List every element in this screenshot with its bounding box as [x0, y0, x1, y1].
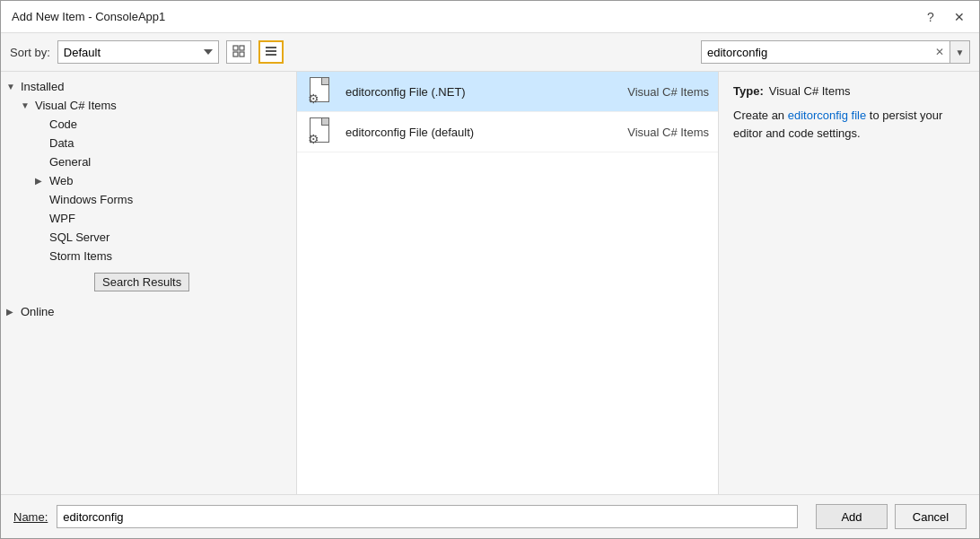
title-bar-controls: ? ✕	[918, 4, 972, 30]
cancel-button[interactable]: Cancel	[895, 504, 967, 529]
item-icon-editorconfig-default: ⚙	[306, 117, 335, 146]
sidebar-item-windows-forms[interactable]: Windows Forms	[1, 190, 296, 209]
sidebar-item-online[interactable]: ▶ Online	[1, 302, 296, 321]
sidebar-item-wpf-label: WPF	[49, 212, 291, 225]
grid-view-button[interactable]	[226, 40, 251, 64]
svg-rect-5	[266, 50, 276, 52]
dialog-title: Add New Item - ConsoleApp1	[12, 10, 165, 23]
search-input[interactable]	[702, 41, 930, 63]
sidebar-item-web-label: Web	[49, 174, 291, 187]
details-type-row: Type: Visual C# Items	[733, 84, 965, 98]
item-name-editorconfig-net: editorconfig File (.NET)	[346, 85, 617, 99]
bottom-bar: Name: Add Cancel	[1, 494, 979, 538]
svg-rect-0	[233, 46, 238, 50]
sidebar-item-general-label: General	[49, 155, 291, 169]
svg-rect-2	[233, 52, 238, 57]
search-clear-button[interactable]: ✕	[930, 41, 949, 63]
details-panel: Type: Visual C# Items Create an editorco…	[719, 72, 979, 494]
item-category-editorconfig-net: Visual C# Items	[627, 85, 709, 99]
expand-icon: ▼	[6, 82, 21, 91]
svg-rect-3	[240, 52, 244, 57]
sidebar-item-sql[interactable]: SQL Server	[1, 228, 296, 247]
type-label: Type:	[733, 84, 764, 98]
sidebar-item-code-label: Code	[49, 117, 291, 131]
search-results-container: Search Results	[1, 265, 296, 299]
sidebar-item-installed[interactable]: ▼ Installed	[1, 77, 296, 96]
gear-icon: ⚙	[308, 91, 319, 106]
item-row-editorconfig-net[interactable]: ⚙ editorconfig File (.NET) Visual C# Ite…	[297, 72, 718, 112]
gear-icon-2: ⚙	[308, 132, 319, 146]
sidebar-item-installed-label: Installed	[21, 80, 291, 93]
sidebar-item-web[interactable]: ▶ Web	[1, 171, 296, 190]
action-buttons: Add Cancel	[816, 504, 967, 529]
svg-rect-4	[266, 47, 276, 48]
main-content: Sort by: Default Name Type	[1, 33, 979, 494]
sidebar-item-visual-csharp[interactable]: ▼ Visual C# Items	[1, 96, 296, 115]
item-name-editorconfig-default: editorconfig File (default)	[346, 126, 617, 139]
list-icon	[265, 45, 277, 60]
help-button[interactable]: ?	[918, 4, 943, 30]
sidebar-item-search-results[interactable]: Search Results	[94, 273, 189, 291]
body-area: ▼ Installed ▼ Visual C# Items Code Data	[1, 72, 979, 494]
sidebar-item-windows-forms-label: Windows Forms	[49, 193, 291, 206]
title-bar: Add New Item - ConsoleApp1 ? ✕	[1, 1, 979, 33]
title-bar-left: Add New Item - ConsoleApp1	[12, 10, 165, 23]
list-view-button[interactable]	[258, 40, 284, 64]
item-icon-editorconfig-net: ⚙	[306, 77, 335, 106]
sort-select[interactable]: Default Name Type	[57, 40, 219, 64]
name-input[interactable]	[57, 505, 798, 528]
svg-rect-1	[240, 46, 244, 50]
description-part1: Create an	[733, 109, 788, 122]
description-link[interactable]: editorconfig file	[788, 109, 866, 122]
sidebar-item-data[interactable]: Data	[1, 134, 296, 152]
item-category-editorconfig-default: Visual C# Items	[627, 126, 709, 139]
add-button[interactable]: Add	[816, 504, 888, 529]
sidebar-item-storm-label: Storm Items	[49, 249, 291, 263]
sidebar-item-visual-csharp-label: Visual C# Items	[35, 99, 291, 112]
svg-rect-6	[266, 54, 276, 56]
sidebar: ▼ Installed ▼ Visual C# Items Code Data	[1, 72, 297, 494]
sidebar-item-online-label: Online	[21, 305, 291, 318]
add-new-item-dialog: Add New Item - ConsoleApp1 ? ✕ Sort by: …	[0, 0, 980, 539]
sidebar-item-code[interactable]: Code	[1, 115, 296, 134]
type-value: Visual C# Items	[769, 84, 851, 98]
sidebar-item-storm[interactable]: Storm Items	[1, 247, 296, 265]
name-label: Name:	[13, 510, 48, 524]
chevron-right-icon-online: ▶	[6, 307, 21, 317]
search-dropdown-button[interactable]: ▼	[949, 41, 969, 63]
item-row-editorconfig-default[interactable]: ⚙ editorconfig File (default) Visual C# …	[297, 112, 718, 152]
sidebar-item-general[interactable]: General	[1, 152, 296, 171]
details-description: Create an editorconfig file to persist y…	[733, 107, 965, 142]
sidebar-item-data-label: Data	[49, 136, 291, 150]
sidebar-item-wpf[interactable]: WPF	[1, 209, 296, 228]
toolbar: Sort by: Default Name Type	[1, 33, 979, 72]
items-panel: ⚙ editorconfig File (.NET) Visual C# Ite…	[297, 72, 719, 494]
sidebar-item-sql-label: SQL Server	[49, 230, 291, 244]
chevron-right-icon: ▶	[35, 176, 49, 186]
close-button[interactable]: ✕	[947, 4, 972, 30]
search-box: ✕ ▼	[701, 40, 970, 64]
sort-label: Sort by:	[10, 46, 50, 59]
grid-icon	[232, 45, 245, 60]
expand-icon-vc: ▼	[21, 100, 35, 110]
